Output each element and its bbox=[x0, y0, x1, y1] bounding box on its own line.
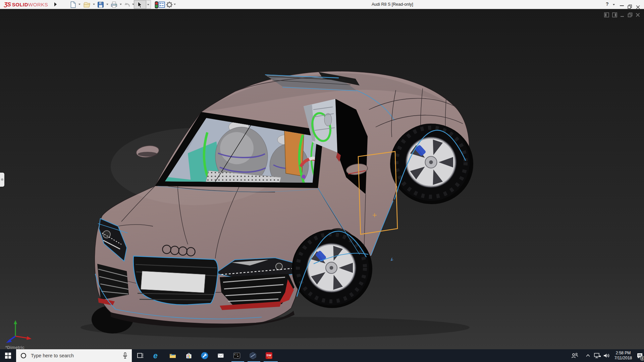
tray-time: 2:58 PM bbox=[612, 351, 635, 356]
help-dropdown-caret[interactable] bbox=[613, 4, 615, 5]
tray-clock[interactable]: 2:58 PM 7/11/2018 bbox=[612, 351, 635, 361]
options-dropdown-caret[interactable] bbox=[174, 4, 176, 5]
split-pane-right-icon[interactable] bbox=[612, 12, 617, 17]
new-dropdown-caret[interactable] bbox=[78, 4, 80, 5]
license-plate bbox=[141, 271, 205, 293]
open-icon[interactable] bbox=[83, 1, 91, 8]
solidworks-logo[interactable]: ƷS SOLIDWORKS bbox=[4, 1, 48, 8]
dassault-logo-icon: ƷS bbox=[4, 1, 11, 8]
support-assistant-button[interactable] bbox=[201, 352, 209, 360]
select-cursor-icon bbox=[136, 1, 144, 8]
feature-manager-collapsed-tab[interactable] bbox=[0, 173, 4, 187]
view-orientation-label: *Dimetric bbox=[5, 345, 24, 349]
volume-icon[interactable] bbox=[603, 353, 610, 359]
print-dropdown-caret[interactable] bbox=[120, 4, 122, 5]
solidworks-2017-button[interactable]: SW 2017 bbox=[265, 352, 273, 360]
people-icon[interactable] bbox=[572, 353, 578, 359]
car-model-scene[interactable] bbox=[0, 9, 644, 349]
start-button[interactable] bbox=[0, 349, 16, 362]
document-restore-icon[interactable] bbox=[628, 12, 633, 17]
open-dropdown-caret[interactable] bbox=[93, 4, 95, 5]
taskbar-search[interactable] bbox=[16, 349, 132, 362]
display-pane-icon[interactable] bbox=[158, 1, 165, 8]
store-button[interactable] bbox=[185, 352, 193, 360]
edge-button[interactable]: e bbox=[153, 352, 161, 360]
title-bar: ƷS SOLIDWORKS bbox=[0, 0, 644, 9]
tray-date: 7/11/2018 bbox=[612, 356, 635, 361]
rear-right-wheel bbox=[390, 124, 473, 204]
solidworks-window: ƷS SOLIDWORKS bbox=[0, 0, 644, 362]
cortana-search-icon bbox=[21, 353, 26, 358]
undo-icon[interactable] bbox=[123, 1, 131, 8]
svg-text:2017: 2017 bbox=[268, 357, 272, 359]
taskbar: e C:\ bbox=[0, 349, 644, 362]
menu-flyout-arrow-icon[interactable] bbox=[54, 2, 57, 6]
new-document-icon[interactable] bbox=[69, 1, 77, 8]
notification-badge: 2 bbox=[640, 356, 644, 361]
mail-button[interactable] bbox=[217, 352, 225, 360]
minimize-button[interactable] bbox=[620, 5, 624, 6]
search-input[interactable] bbox=[30, 353, 122, 359]
x-axis-arrow bbox=[26, 336, 32, 340]
select-tool-button[interactable] bbox=[134, 0, 146, 9]
network-icon[interactable] bbox=[594, 353, 601, 359]
svg-text:SW: SW bbox=[266, 353, 271, 357]
file-explorer-button[interactable] bbox=[169, 352, 177, 360]
y-axis-arrow bbox=[14, 320, 17, 324]
save-dropdown-caret[interactable] bbox=[106, 4, 108, 5]
tray-chevron-icon[interactable] bbox=[586, 354, 590, 357]
windows-logo-icon bbox=[5, 353, 11, 359]
task-view-button[interactable] bbox=[136, 352, 144, 360]
document-window-controls bbox=[604, 12, 640, 17]
print-icon[interactable] bbox=[110, 1, 118, 8]
command-prompt-button[interactable]: C:\ bbox=[233, 352, 241, 360]
svg-text:e: e bbox=[153, 352, 158, 360]
svg-text:C:\: C:\ bbox=[234, 353, 238, 356]
window-title: Audi R8 S [Read-only] bbox=[372, 2, 413, 7]
orientation-triad bbox=[3, 319, 35, 344]
front-right-wheel bbox=[292, 230, 372, 308]
microphone-icon[interactable] bbox=[122, 352, 128, 359]
select-dropdown-caret[interactable] bbox=[146, 0, 151, 9]
document-minimize-icon[interactable] bbox=[620, 12, 625, 17]
model-viewport[interactable]: *Dimetric bbox=[0, 9, 644, 349]
utility-hexagon-button[interactable] bbox=[249, 352, 257, 360]
save-icon[interactable] bbox=[97, 1, 104, 8]
options-gear-icon[interactable] bbox=[166, 1, 173, 8]
document-close-icon[interactable] bbox=[636, 13, 640, 17]
split-pane-left-icon[interactable] bbox=[604, 12, 609, 17]
